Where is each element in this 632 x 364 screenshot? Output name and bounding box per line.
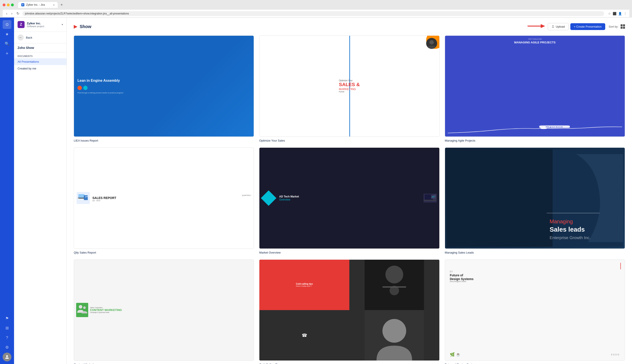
- red-arrow-indicator: [528, 23, 545, 30]
- svg-rect-10: [79, 198, 84, 198]
- presentation-card-qtly-sales[interactable]: QUARTERLY SALES REPORT Q3 - 2019 Qtly Sa…: [74, 148, 254, 254]
- svg-text:Sales leads: Sales leads: [549, 226, 585, 233]
- upload-button[interactable]: Upload: [548, 23, 569, 30]
- sidebar-app-title: Zoho Show: [14, 44, 67, 52]
- refresh-button[interactable]: ↻: [16, 11, 20, 16]
- design-red-accent: [620, 263, 621, 269]
- svg-rect-14: [424, 200, 436, 200]
- presentation-card-content-marketing[interactable]: Zylker Corporation CONTENT MARKETING Cam…: [74, 260, 254, 364]
- create-presentation-button[interactable]: + Create Presentation: [570, 23, 605, 30]
- sidebar-project-header: Z Zylker Inc. Software project ▾: [14, 18, 67, 32]
- cold-text-area: Cold calling tips Does it really work ?: [296, 283, 313, 287]
- qtly-sales-report-label: SALES REPORT: [92, 196, 251, 200]
- url-input[interactable]: [22, 11, 604, 16]
- qtly-right-text: QUARTERLY SALES REPORT Q3 - 2019: [92, 194, 251, 202]
- rail-grid-icon[interactable]: ⊞: [3, 324, 12, 332]
- design-text-block: 0 f Future of Design Systems Every Desig…: [447, 269, 622, 351]
- back-circle-icon: ←: [18, 34, 24, 40]
- tab-title: Zylker Inc. - Jira: [26, 3, 45, 6]
- sidebar-item-created-by-me[interactable]: Created by me: [14, 65, 67, 72]
- documents-section-label: DOCUMENTS: [14, 52, 67, 58]
- user-avatar[interactable]: [3, 352, 12, 361]
- presentation-card-cold-calling[interactable]: Cold calling tips Does it really work ?: [259, 260, 439, 364]
- design-future-text: Future of: [450, 273, 620, 277]
- sidebar-item-all-presentations[interactable]: All Presentations: [14, 58, 67, 65]
- presentation-card-managing-sales-leads[interactable]: Managing Sales leads Enterprise Growth I…: [445, 148, 625, 254]
- main-header: ▶ Show Upload + Create Presentation Sort…: [74, 23, 625, 30]
- address-bar-icons: ☆ ⬛ 👤 ⋮: [608, 12, 627, 15]
- rail-star-icon[interactable]: ★: [3, 30, 12, 38]
- svg-marker-2: [541, 24, 545, 28]
- maximize-window-button[interactable]: [11, 4, 14, 6]
- svg-rect-15: [431, 195, 436, 199]
- rail-logo-icon[interactable]: ⬡: [3, 20, 12, 29]
- presentation-card-agile[interactable]: TOP 5 TOOLS FOR MANAGING AGILE PROJECTS …: [445, 36, 625, 142]
- svg-point-28: [389, 286, 399, 295]
- card-title-liea: LIEA Issues Report: [74, 139, 254, 142]
- qtly-left-image: [77, 192, 90, 204]
- card-title-design-systems: Future of Design Systems: [445, 363, 625, 364]
- sales-circle-image: [426, 38, 437, 49]
- presentations-grid: Lean in Engine Assembly Find through a r…: [74, 36, 625, 364]
- app-layout: ⬡ ★ 🔍 + ⚑ ⊞ ? ⚙ Z Zylker Inc. Software p…: [0, 18, 632, 364]
- chevron-down-icon[interactable]: ▾: [62, 23, 63, 26]
- sidebar: Z Zylker Inc. Software project ▾ ← Back …: [14, 18, 67, 364]
- sidebar-back-button[interactable]: ← Back: [14, 32, 67, 44]
- design-top-row: [447, 262, 622, 269]
- upload-label: Upload: [556, 25, 565, 28]
- overview-text: Overview: [279, 198, 299, 201]
- minimize-window-button[interactable]: [7, 4, 10, 6]
- rail-help-icon[interactable]: ?: [3, 333, 12, 342]
- create-label: + Create Presentation: [574, 25, 602, 28]
- browser-top-bar: Zylker Inc. - Jira × +: [3, 2, 629, 8]
- market-text-area: AD Tech Market Overview: [279, 195, 299, 201]
- agile-chart-area: Sprint: [448, 46, 622, 134]
- back-navigation-button[interactable]: ‹: [5, 11, 8, 16]
- sales-text-area: Optimize Your SALES & MARKETING Funnel: [336, 77, 362, 95]
- presentation-card-optimize-sales[interactable]: Optimize Your SALES & MARKETING Funnel O…: [259, 36, 439, 142]
- close-window-button[interactable]: [3, 4, 6, 6]
- rail-settings-icon[interactable]: ⚙: [3, 343, 12, 352]
- cold-dark-cell-2: [349, 310, 439, 360]
- ad-tech-text: AD Tech Market: [279, 195, 299, 198]
- menu-icon[interactable]: ⋮: [624, 12, 627, 15]
- bookmark-icon[interactable]: ☆: [608, 12, 611, 15]
- svg-text:Enterprise Growth Inc.: Enterprise Growth Inc.: [549, 235, 590, 240]
- new-tab-button[interactable]: +: [59, 2, 65, 8]
- market-diamond: [261, 190, 277, 206]
- cold-red-cell: Cold calling tips Does it really work ?: [259, 260, 349, 310]
- card-thumbnail-design-systems: 0 f Future of Design Systems Every Desig…: [445, 260, 625, 361]
- content-marketing-label: CONTENT MARKETING: [90, 308, 252, 312]
- rail-plus-icon[interactable]: +: [3, 49, 12, 58]
- design-systems-text: Design Systems: [450, 277, 620, 281]
- design-barcode: [611, 354, 620, 356]
- card-thumbnail-liea: Lean in Engine Assembly Find through a r…: [74, 36, 254, 137]
- address-bar: ‹ › ↻ ☆ ⬛ 👤 ⋮: [3, 10, 629, 18]
- sort-by-control[interactable]: Sort by :: [609, 24, 625, 29]
- svg-rect-18: [547, 213, 599, 214]
- card-title-cold-calling: Cold Calling Tips: [259, 363, 439, 364]
- active-tab[interactable]: Zylker Inc. - Jira ×: [18, 2, 58, 8]
- card-title-managing-sales-leads: Managing Sales Leads: [445, 251, 625, 254]
- rail-flag-icon[interactable]: ⚑: [3, 314, 12, 323]
- svg-text:Sprint: Sprint: [545, 126, 563, 128]
- content-company-label: Zylker Corporation: [90, 307, 252, 308]
- presentation-card-market-overview[interactable]: AD Tech Market Overview Market Overvi: [259, 148, 439, 254]
- liea-main-text: Lean in Engine Assembly: [77, 78, 250, 83]
- forward-navigation-button[interactable]: ›: [10, 11, 13, 16]
- tab-close-button[interactable]: ×: [53, 3, 55, 6]
- cup-icon: ☕: [456, 352, 460, 356]
- sort-grid-icon[interactable]: [620, 24, 625, 29]
- extension-icon[interactable]: ⬛: [613, 12, 616, 15]
- card-title-market-overview: Market Overview: [259, 251, 439, 254]
- content-campaign-label: Campaign to generate leads: [90, 312, 252, 313]
- presentation-card-liea[interactable]: Lean in Engine Assembly Find through a r…: [74, 36, 254, 142]
- project-info: Zylker Inc. Software project: [27, 22, 60, 28]
- profile-icon[interactable]: 👤: [618, 12, 622, 15]
- rail-search-icon[interactable]: 🔍: [3, 40, 12, 48]
- traffic-lights: [3, 4, 14, 6]
- presentation-card-design-systems[interactable]: 0 f Future of Design Systems Every Desig…: [445, 260, 625, 364]
- show-logo: ▶ Show: [74, 24, 91, 29]
- card-title-optimize-sales: Optimize Your Sales: [259, 139, 439, 142]
- sort-by-label: Sort by :: [609, 25, 619, 28]
